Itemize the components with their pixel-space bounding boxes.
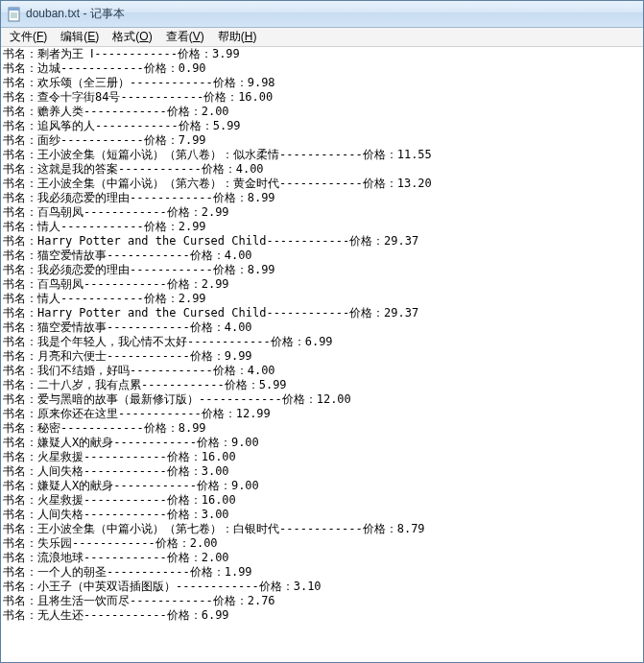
text-line: 书名：人间失格------------价格：3.00 xyxy=(3,464,641,479)
text-line: 书名：剩者为王 Ⅰ------------价格：3.99 xyxy=(3,47,641,61)
text-line: 书名：且将生活一饮而尽------------价格：2.76 xyxy=(3,594,641,608)
window-title: douban.txt - 记事本 xyxy=(26,6,125,22)
text-line: 书名：Harry Potter and the Cursed Child----… xyxy=(3,234,641,249)
text-line: 书名：百鸟朝凤------------价格：2.99 xyxy=(3,205,641,220)
menu-bar: 文件(F) 编辑(E) 格式(O) 查看(V) 帮助(H) xyxy=(1,28,643,47)
menu-file[interactable]: 文件(F) xyxy=(3,28,54,46)
text-line: 书名：原来你还在这里------------价格：12.99 xyxy=(3,407,641,421)
text-line: 书名：月亮和六便士------------价格：9.99 xyxy=(3,349,641,364)
text-line: 书名：嫌疑人X的献身------------价格：9.00 xyxy=(3,479,641,493)
text-line: 书名：我必须恋爱的理由------------价格：8.99 xyxy=(3,263,641,277)
text-line: 书名：追风筝的人------------价格：5.99 xyxy=(3,119,641,133)
menu-edit[interactable]: 编辑(E) xyxy=(54,28,106,46)
text-line: 书名：猫空爱情故事------------价格：4.00 xyxy=(3,320,641,335)
text-line: 书名：火星救援------------价格：16.00 xyxy=(3,493,641,508)
text-line: 书名：Harry Potter and the Cursed Child----… xyxy=(3,306,641,320)
text-line: 书名：这就是我的答案------------价格：4.00 xyxy=(3,162,641,177)
text-line: 书名：我们不结婚，好吗------------价格：4.00 xyxy=(3,364,641,378)
text-line: 书名：边城------------价格：0.90 xyxy=(3,61,641,76)
text-line: 书名：我是个年轻人，我心情不太好------------价格：6.99 xyxy=(3,335,641,349)
text-line: 书名：欢乐颂（全三册）------------价格：9.98 xyxy=(3,76,641,90)
text-line: 书名：一个人的朝圣------------价格：1.99 xyxy=(3,565,641,580)
text-line: 书名：小王子（中英双语插图版）------------价格：3.10 xyxy=(3,580,641,594)
text-line: 书名：百鸟朝凤------------价格：2.99 xyxy=(3,277,641,292)
text-line: 书名：猫空爱情故事------------价格：4.00 xyxy=(3,249,641,263)
text-line: 书名：秘密------------价格：8.99 xyxy=(3,421,641,436)
text-line: 书名：人间失格------------价格：3.00 xyxy=(3,508,641,522)
text-line: 书名：二十八岁，我有点累------------价格：5.99 xyxy=(3,378,641,392)
title-bar[interactable]: douban.txt - 记事本 xyxy=(1,1,643,28)
menu-format[interactable]: 格式(O) xyxy=(106,28,158,46)
text-line: 书名：无人生还------------价格：6.99 xyxy=(3,608,641,623)
text-line: 书名：王小波全集（中篇小说）（第七卷）：白银时代------------价格：8… xyxy=(3,522,641,536)
text-line: 书名：情人------------价格：2.99 xyxy=(3,292,641,306)
menu-view[interactable]: 查看(V) xyxy=(159,28,211,46)
text-line: 书名：失乐园------------价格：2.00 xyxy=(3,536,641,551)
text-line: 书名：火星救援------------价格：16.00 xyxy=(3,450,641,464)
text-line: 书名：王小波全集（短篇小说）（第八卷）：似水柔情------------价格：1… xyxy=(3,148,641,162)
menu-help[interactable]: 帮助(H) xyxy=(211,28,264,46)
svg-rect-1 xyxy=(9,8,19,11)
notepad-window: douban.txt - 记事本 文件(F) 编辑(E) 格式(O) 查看(V)… xyxy=(0,0,644,663)
text-line: 书名：赡养人类------------价格：2.00 xyxy=(3,105,641,119)
text-line: 书名：查令十字街84号------------价格：16.00 xyxy=(3,90,641,105)
text-line: 书名：爱与黑暗的故事（最新修订版）------------价格：12.00 xyxy=(3,392,641,407)
text-area[interactable]: 书名：剩者为王 Ⅰ------------价格：3.99书名：边城-------… xyxy=(1,47,643,662)
text-line: 书名：王小波全集（中篇小说）（第六卷）：黄金时代------------价格：1… xyxy=(3,177,641,191)
text-line: 书名：我必须恋爱的理由------------价格：8.99 xyxy=(3,191,641,205)
text-line: 书名：流浪地球------------价格：2.00 xyxy=(3,551,641,565)
text-line: 书名：情人------------价格：2.99 xyxy=(3,220,641,234)
text-line: 书名：面纱------------价格：7.99 xyxy=(3,133,641,148)
notepad-icon xyxy=(7,7,22,22)
text-line: 书名：嫌疑人X的献身------------价格：9.00 xyxy=(3,436,641,450)
